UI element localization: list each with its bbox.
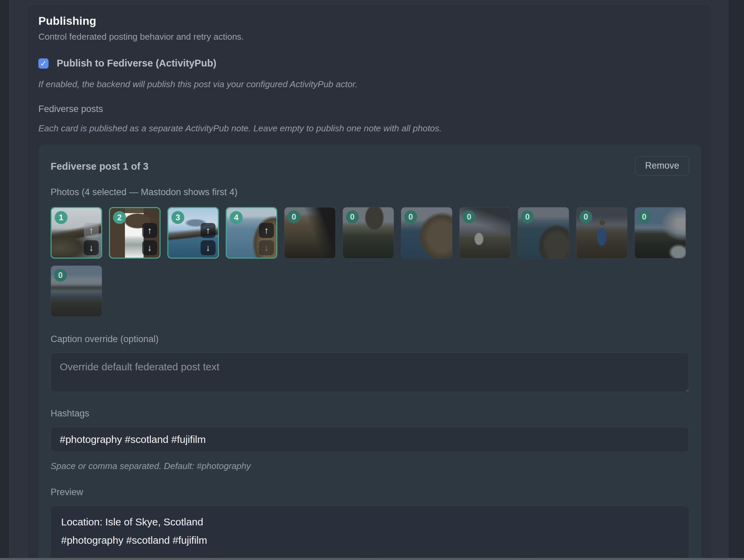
- horizontal-scrollbar[interactable]: [0, 558, 744, 560]
- move-up-button[interactable]: ↑: [201, 223, 216, 238]
- remove-post-button[interactable]: Remove: [635, 156, 689, 175]
- reorder-controls: ↑ ↓: [142, 223, 157, 255]
- reorder-controls: ↑ ↓: [84, 223, 99, 255]
- selection-order-badge: 4: [230, 211, 243, 224]
- selection-order-badge: 0: [463, 210, 476, 223]
- photo-thumbnail[interactable]: 0: [634, 207, 686, 259]
- photo-thumbnail[interactable]: 4 ↑ ↓: [226, 207, 277, 259]
- photo-thumbnail[interactable]: 0: [284, 207, 336, 259]
- selection-order-badge: 3: [171, 211, 184, 224]
- reorder-controls: ↑ ↓: [259, 223, 274, 255]
- reorder-controls: ↑ ↓: [201, 223, 216, 255]
- move-down-button[interactable]: ↓: [84, 240, 99, 255]
- photo-thumbnail[interactable]: 0: [51, 265, 102, 317]
- card-title: Fediverse post 1 of 3: [51, 161, 149, 172]
- check-icon: ✓: [40, 59, 47, 68]
- photo-thumbnail[interactable]: 1 ↑ ↓: [51, 207, 102, 259]
- preview-box: Location: Isle of Skye, Scotland #photog…: [51, 506, 689, 560]
- fediverse-posts-help: Each card is published as a separate Act…: [38, 123, 701, 134]
- photo-thumbnail[interactable]: 0: [459, 207, 511, 259]
- caption-override-textarea[interactable]: [51, 353, 689, 392]
- selection-order-badge: 0: [521, 210, 534, 223]
- fediverse-toggle-row[interactable]: ✓ Publish to Fediverse (ActivityPub): [38, 58, 701, 69]
- fediverse-posts-label: Fediverse posts: [38, 104, 701, 114]
- caption-override-label: Caption override (optional): [51, 334, 689, 344]
- photo-thumbnail[interactable]: 0: [342, 207, 394, 259]
- selection-order-badge: 0: [287, 210, 300, 223]
- window-right-rail: [729, 0, 744, 560]
- window-left-rail: [0, 0, 10, 560]
- selection-order-badge: 0: [346, 210, 359, 223]
- photo-thumbnail[interactable]: 3 ↑ ↓: [167, 207, 219, 259]
- move-down-button[interactable]: ↓: [259, 240, 274, 255]
- photo-thumbnail[interactable]: 2 ↑ ↓: [109, 207, 161, 259]
- preview-location-line: Location: Isle of Skye, Scotland: [61, 516, 678, 528]
- selection-order-badge: 1: [55, 211, 68, 224]
- page-subtitle: Control federated posting behavior and r…: [38, 32, 701, 42]
- preview-label: Preview: [51, 487, 689, 498]
- photos-count-label: Photos (4 selected — Mastodon shows firs…: [51, 187, 689, 198]
- publishing-panel: Publishing Control federated posting beh…: [27, 4, 712, 560]
- selection-order-badge: 0: [404, 210, 417, 223]
- fediverse-post-card: Fediverse post 1 of 3 Remove Photos (4 s…: [38, 145, 701, 560]
- fediverse-checkbox[interactable]: ✓: [38, 58, 49, 69]
- hashtags-help: Space or comma separated. Default: #phot…: [51, 461, 689, 471]
- photo-thumbnail[interactable]: 0: [576, 207, 628, 259]
- page-title: Publishing: [38, 15, 701, 27]
- move-down-button[interactable]: ↓: [142, 240, 157, 255]
- move-up-button[interactable]: ↑: [84, 223, 99, 238]
- fediverse-toggle-label: Publish to Fediverse (ActivityPub): [57, 58, 217, 69]
- photo-thumbnail[interactable]: 0: [518, 207, 569, 259]
- photo-thumbnail-grid: 1 ↑ ↓ 2 ↑ ↓ 3 ↑ ↓ 4 ↑ ↓ 0 0 0: [51, 207, 689, 317]
- hashtags-label: Hashtags: [51, 408, 689, 419]
- selection-order-badge: 0: [54, 269, 67, 282]
- card-header: Fediverse post 1 of 3 Remove: [51, 156, 689, 175]
- selection-order-badge: 0: [579, 210, 592, 223]
- hashtags-input[interactable]: [51, 427, 689, 452]
- selection-order-badge: 0: [638, 210, 651, 223]
- move-up-button[interactable]: ↑: [142, 223, 157, 238]
- fediverse-toggle-help: If enabled, the backend will publish thi…: [38, 79, 701, 90]
- move-down-button[interactable]: ↓: [201, 240, 216, 255]
- preview-hashtags-line: #photography #scotland #fujifilm: [61, 535, 678, 546]
- photo-thumbnail[interactable]: 0: [401, 207, 452, 259]
- move-up-button[interactable]: ↑: [259, 223, 274, 238]
- selection-order-badge: 2: [113, 211, 126, 224]
